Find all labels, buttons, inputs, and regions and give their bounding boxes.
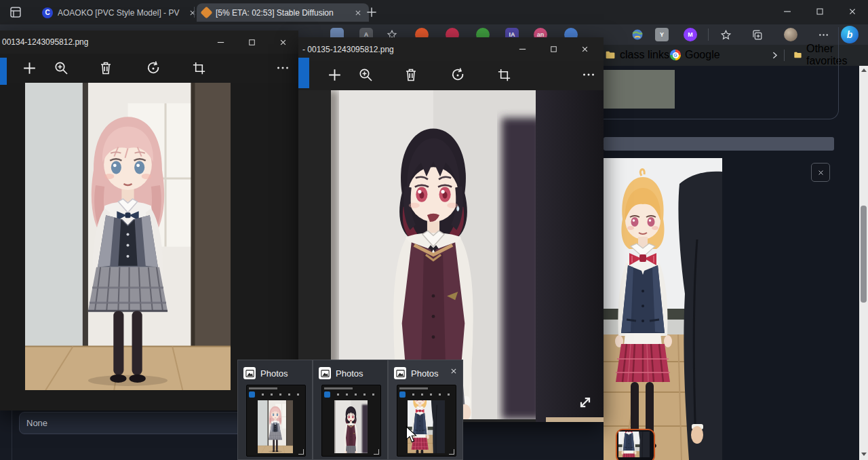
photos-accent-strip <box>0 58 7 85</box>
zoom-icon[interactable] <box>51 58 71 78</box>
preview-app-label: Photos <box>336 368 363 379</box>
photos-accent-strip <box>298 58 309 88</box>
taskbar-preview-2[interactable]: Photos <box>313 360 388 460</box>
expand-resize-icon[interactable] <box>575 392 595 413</box>
sd-dropdown-none[interactable]: None <box>19 412 251 434</box>
delete-icon[interactable] <box>401 64 421 85</box>
stable-diffusion-favicon <box>200 6 212 18</box>
tab-close-icon[interactable] <box>353 7 363 18</box>
photo-image-00134 <box>25 83 231 390</box>
zoom-icon[interactable] <box>355 64 376 85</box>
see-more-icon[interactable] <box>578 64 599 85</box>
taskbar-preview-3[interactable]: Photos <box>388 360 463 460</box>
taskbar-preview-1[interactable]: Photos <box>237 360 313 460</box>
photos-app-icon <box>394 367 406 379</box>
preview-thumbnail[interactable] <box>397 385 456 457</box>
preview-close-icon[interactable] <box>448 366 459 377</box>
add-to-icon[interactable] <box>19 58 39 78</box>
photos-maximize-button[interactable] <box>236 31 267 54</box>
tab-divider <box>194 7 195 18</box>
scrollbar-down-arrow[interactable] <box>861 453 867 456</box>
photos-maximize-button[interactable] <box>538 37 569 60</box>
photos-window-title: - 00135-1243095812.png <box>298 45 394 54</box>
see-more-icon[interactable] <box>273 58 293 78</box>
tab-actions-icon[interactable] <box>8 5 23 20</box>
generated-image-blonde <box>604 158 722 460</box>
mini-image <box>334 400 368 453</box>
browser-maximize-button[interactable] <box>804 0 835 22</box>
photos-minimize-button[interactable] <box>507 37 538 60</box>
browser-minimize-button[interactable] <box>772 0 803 22</box>
mouse-cursor <box>406 426 417 444</box>
tab-title: [5% ETA: 02:53] Stable Diffusion <box>216 8 348 18</box>
photos-close-button[interactable] <box>267 31 298 54</box>
delete-icon[interactable] <box>96 58 116 78</box>
browser-close-button[interactable] <box>837 0 868 22</box>
crop-icon[interactable] <box>189 58 209 78</box>
photos-close-button[interactable] <box>569 37 600 60</box>
preview-app-label: Photos <box>411 368 438 379</box>
photos-window-title: 00134-1243095812.png <box>0 37 88 47</box>
add-to-icon[interactable] <box>324 64 344 85</box>
crop-icon[interactable] <box>494 64 514 85</box>
tab-stable-diffusion[interactable]: [5% ETA: 02:53] Stable Diffusion <box>197 3 369 22</box>
sd-panel-edge <box>12 410 12 460</box>
new-tab-button[interactable] <box>365 5 378 19</box>
tab-civitai[interactable]: C AOAOKO [PVC Style Model] - PV <box>37 3 203 22</box>
mini-image <box>258 400 293 453</box>
photos-minimize-button[interactable] <box>205 31 236 54</box>
bing-chat-icon[interactable]: b <box>841 26 859 43</box>
desktop: C AOAOKO [PVC Style Model] - PV [5% ETA:… <box>0 0 868 460</box>
photos-app-icon <box>319 367 331 379</box>
gallery-thumbnail-selected[interactable] <box>616 429 655 460</box>
preview-app-label: Photos <box>260 368 288 379</box>
sd-progress-bar <box>604 137 834 151</box>
preview-thumbnail[interactable] <box>246 385 306 457</box>
page-scrollbar-thumb[interactable] <box>861 206 867 303</box>
tab-title: AOAOKO [PVC Style Model] - PV <box>58 8 182 18</box>
preview-thumbnail[interactable] <box>321 385 381 457</box>
rotate-icon[interactable] <box>448 64 468 85</box>
photos-app-icon <box>243 367 256 379</box>
browser-tab-strip: C AOAOKO [PVC Style Model] - PV [5% ETA:… <box>0 0 868 24</box>
dropdown-value: None <box>26 418 47 428</box>
photo-floor-sliver <box>546 417 604 422</box>
lightbox-close-button[interactable] <box>811 163 830 182</box>
civitai-favicon: C <box>42 7 53 18</box>
scrollbar-up-arrow[interactable] <box>861 69 867 72</box>
sd-progress-preview-box <box>604 70 675 109</box>
photo-background-region <box>536 90 604 422</box>
rotate-icon[interactable] <box>143 58 163 78</box>
photos-window-left: 00134-1243095812.png <box>0 31 298 410</box>
